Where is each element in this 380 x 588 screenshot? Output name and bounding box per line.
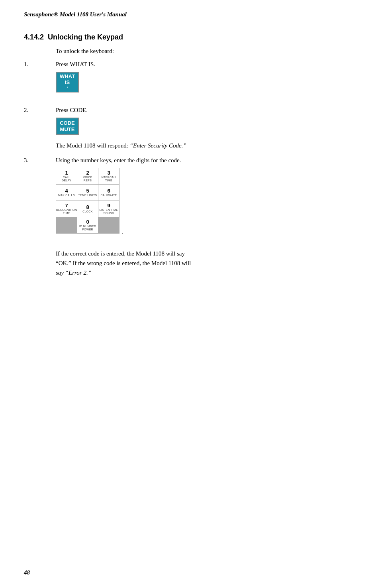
step-1: 1. Press WHAT IS. WHAT IS * bbox=[24, 61, 356, 99]
step-2-text: Press CODE. bbox=[56, 107, 356, 114]
code-bot: MUTE bbox=[60, 126, 75, 133]
final-text-line2: “OK.” If the wrong code is entered, the … bbox=[56, 260, 191, 266]
section-title: 4.14.2 Unlocking the Keypad bbox=[24, 33, 356, 41]
keypad-with-dot: 1 CALLDELAY 2 VOICEREPS 3 INTERCALLTIME bbox=[56, 168, 119, 238]
key-6[interactable]: 6 CALIBRATE bbox=[98, 185, 119, 201]
keypad-grid: 1 CALLDELAY 2 VOICEREPS 3 INTERCALLTIME bbox=[56, 168, 119, 234]
final-text: If the correct code is entered, the Mode… bbox=[56, 249, 356, 277]
step-1-content: Press WHAT IS. WHAT IS * bbox=[56, 61, 356, 99]
keypad-empty-right bbox=[98, 217, 119, 233]
step-1-number: 1. bbox=[24, 61, 56, 68]
step-2: 2. Press CODE. CODE MUTE The Model 1108 … bbox=[24, 107, 356, 149]
code-top: CODE bbox=[60, 120, 75, 126]
what-is-key[interactable]: WHAT IS * bbox=[56, 72, 79, 92]
key-5[interactable]: 5 TEMP LIMITS bbox=[77, 185, 98, 201]
key-2[interactable]: 2 VOICEREPS bbox=[77, 168, 98, 184]
key-4[interactable]: 4 MAX CALLS bbox=[56, 185, 77, 201]
response-text: The Model 1108 will respond: “Enter Secu… bbox=[56, 142, 356, 149]
step-list: 1. Press WHAT IS. WHAT IS * 2. Press COD… bbox=[24, 61, 356, 241]
response-prefix: The Model 1108 will respond: bbox=[56, 142, 130, 149]
header-title: Sensaphone® Model 1108 User's Manual bbox=[24, 11, 127, 18]
final-text-line3: say “Error 2.” bbox=[56, 269, 91, 276]
keypad-empty-left bbox=[56, 217, 77, 233]
step-3-content: Using the number keys, enter the digits … bbox=[56, 157, 356, 241]
what-is-mid: IS bbox=[65, 79, 70, 86]
page-content: 4.14.2 Unlocking the Keypad To unlock th… bbox=[0, 18, 380, 301]
what-is-top: WHAT bbox=[60, 73, 75, 80]
code-mute-button-wrapper: CODE MUTE bbox=[56, 118, 356, 139]
step-3: 3. Using the number keys, enter the digi… bbox=[24, 157, 356, 241]
response-italic: “Enter Security Code.” bbox=[130, 142, 186, 149]
keypad-period: . bbox=[122, 228, 123, 235]
step-3-number: 3. bbox=[24, 157, 56, 164]
key-3[interactable]: 3 INTERCALLTIME bbox=[98, 168, 119, 184]
page-number: 48 bbox=[24, 569, 30, 576]
key-0[interactable]: 0 ID NUMBERPOWER bbox=[77, 217, 98, 233]
key-9[interactable]: 9 LISTEN TIMESOUND bbox=[98, 201, 119, 217]
what-is-star: * bbox=[67, 86, 68, 91]
final-text-line1: If the correct code is entered, the Mode… bbox=[56, 250, 185, 257]
step-1-text: Press WHAT IS. bbox=[56, 61, 356, 68]
key-8[interactable]: 8 CLOCK bbox=[77, 201, 98, 217]
code-mute-key[interactable]: CODE MUTE bbox=[56, 118, 79, 135]
key-1[interactable]: 1 CALLDELAY bbox=[56, 168, 77, 184]
key-7[interactable]: 7 RECOGNITIONTIME bbox=[56, 201, 77, 217]
step-3-text: Using the number keys, enter the digits … bbox=[56, 157, 356, 164]
step-2-content: Press CODE. CODE MUTE The Model 1108 wil… bbox=[56, 107, 356, 149]
what-is-button-wrapper: WHAT IS * bbox=[56, 72, 356, 96]
keypad-container: 1 CALLDELAY 2 VOICEREPS 3 INTERCALLTIME bbox=[56, 168, 356, 238]
page-header: Sensaphone® Model 1108 User's Manual bbox=[0, 0, 380, 18]
intro-text: To unlock the keyboard: bbox=[56, 48, 356, 55]
step-2-number: 2. bbox=[24, 107, 56, 114]
